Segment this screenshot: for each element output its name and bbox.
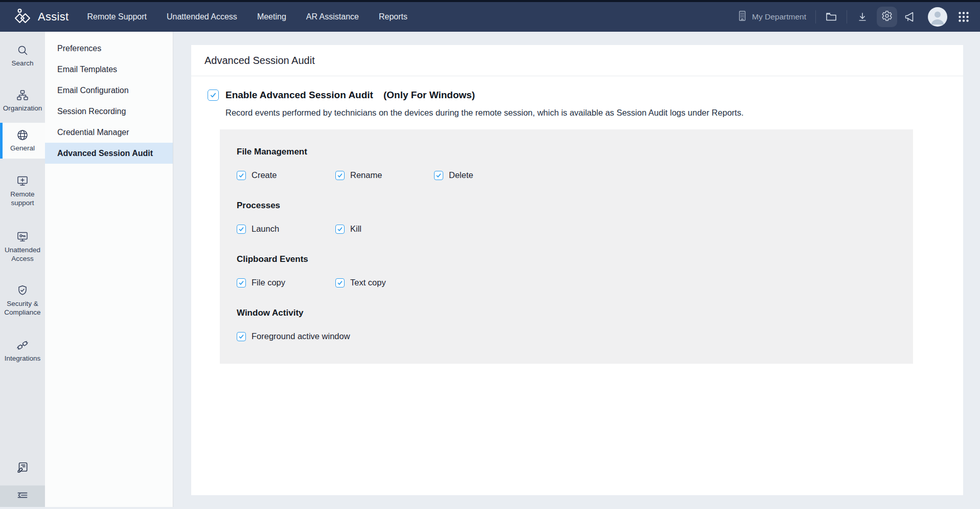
checkbox-checked[interactable] bbox=[237, 225, 246, 234]
audit-option-create[interactable]: Create bbox=[237, 170, 335, 180]
settings-gear-icon bbox=[881, 10, 893, 24]
option-label: Create bbox=[252, 170, 277, 180]
sidebar-item-search[interactable]: Search bbox=[0, 40, 45, 72]
enable-audit-checkbox-checked[interactable] bbox=[208, 90, 219, 101]
enable-audit-description: Record events performed by technicians o… bbox=[225, 108, 963, 118]
audit-options-panel: File ManagementCreateRenameDeleteProcess… bbox=[220, 129, 913, 364]
option-label: Launch bbox=[252, 224, 279, 234]
sidebar-item-label: Unattended Access bbox=[1, 246, 44, 263]
menu-item-advanced-session-audit[interactable]: Advanced Session Audit bbox=[45, 143, 173, 164]
plug-icon bbox=[16, 339, 29, 351]
option-row: CreateRenameDelete bbox=[237, 170, 903, 180]
collapse-menu-icon[interactable] bbox=[16, 489, 29, 504]
section-heading-file-management: File Management bbox=[237, 147, 903, 157]
option-row: File copyText copy bbox=[237, 278, 903, 287]
settings-gear-button[interactable] bbox=[877, 7, 897, 27]
zoho-assist-logo-icon bbox=[12, 8, 33, 26]
sidebar-item-label: General bbox=[10, 144, 35, 152]
sidebar-item-label: Security & Compliance bbox=[1, 299, 44, 317]
option-row: LaunchKill bbox=[237, 224, 903, 234]
announcements-megaphone-icon[interactable] bbox=[903, 11, 916, 23]
option-label: Rename bbox=[350, 170, 382, 180]
option-label: Foreground active window bbox=[252, 331, 350, 341]
checkbox-checked[interactable] bbox=[237, 278, 246, 287]
option-label: Delete bbox=[449, 170, 473, 180]
audit-option-rename[interactable]: Rename bbox=[335, 170, 434, 180]
department-selector[interactable]: My Department bbox=[737, 10, 806, 24]
menu-item-credential-manager[interactable]: Credential Manager bbox=[45, 122, 173, 143]
menu-item-preferences[interactable]: Preferences bbox=[45, 38, 173, 59]
apps-grid-icon[interactable] bbox=[958, 11, 970, 23]
main-area: Advanced Session Audit Enable Advanced S… bbox=[173, 32, 980, 507]
content-card: Advanced Session Audit Enable Advanced S… bbox=[191, 45, 963, 495]
audit-option-kill[interactable]: Kill bbox=[335, 224, 361, 234]
option-row: Foreground active window bbox=[237, 331, 903, 341]
department-building-icon bbox=[737, 10, 747, 24]
divider bbox=[847, 10, 847, 24]
audit-option-foreground-active-window[interactable]: Foreground active window bbox=[237, 331, 350, 341]
sidebar-item-remote-support[interactable]: Remote support bbox=[0, 171, 45, 211]
checkbox-checked[interactable] bbox=[335, 225, 345, 234]
settings-submenu: Preferences Email Templates Email Config… bbox=[45, 32, 173, 507]
download-icon[interactable] bbox=[856, 11, 869, 23]
icon-sidebar: Search Organization Gener bbox=[0, 32, 45, 507]
menu-item-session-recording[interactable]: Session Recording bbox=[45, 101, 173, 122]
top-navbar: Assist Remote Support Unattended Access … bbox=[0, 0, 980, 32]
nav-meeting[interactable]: Meeting bbox=[257, 12, 286, 21]
nav-ar-assistance[interactable]: AR Assistance bbox=[306, 12, 359, 21]
shield-check-icon bbox=[16, 284, 29, 297]
monitor-key-icon bbox=[16, 231, 29, 243]
nav-reports[interactable]: Reports bbox=[379, 12, 407, 21]
sidebar-item-label: Organization bbox=[3, 104, 42, 113]
department-label: My Department bbox=[752, 12, 806, 21]
checkbox-checked[interactable] bbox=[237, 171, 246, 180]
nav-unattended-access[interactable]: Unattended Access bbox=[167, 12, 237, 21]
sidebar-item-general[interactable]: General bbox=[0, 123, 45, 159]
sidebar-item-label: Remote support bbox=[1, 190, 44, 207]
section-heading-clipboard-events: Clipboard Events bbox=[237, 254, 903, 264]
page-title: Advanced Session Audit bbox=[191, 45, 963, 76]
checkbox-checked[interactable] bbox=[335, 278, 345, 287]
primary-nav: Remote Support Unattended Access Meeting… bbox=[87, 12, 427, 21]
option-label: Text copy bbox=[350, 278, 386, 287]
audit-option-text-copy[interactable]: Text copy bbox=[335, 278, 386, 287]
sidebar-item-integrations[interactable]: Integrations bbox=[0, 335, 45, 367]
checkbox-checked[interactable] bbox=[335, 171, 345, 180]
divider bbox=[815, 10, 816, 24]
feedback-notepad-icon[interactable] bbox=[0, 461, 45, 474]
option-label: File copy bbox=[252, 278, 285, 287]
sidebar-item-security-compliance[interactable]: Security & Compliance bbox=[0, 280, 45, 321]
sidebar-item-label: Search bbox=[12, 59, 34, 68]
globe-icon bbox=[16, 129, 29, 141]
nav-remote-support[interactable]: Remote Support bbox=[87, 12, 147, 21]
enable-audit-row: Enable Advanced Session Audit (Only For … bbox=[208, 90, 963, 101]
menu-item-email-templates[interactable]: Email Templates bbox=[45, 59, 173, 80]
brand-name: Assist bbox=[38, 10, 69, 24]
enable-audit-label: Enable Advanced Session Audit bbox=[225, 90, 373, 101]
checkbox-checked[interactable] bbox=[237, 332, 246, 341]
section-heading-window-activity: Window Activity bbox=[237, 308, 903, 318]
option-label: Kill bbox=[350, 224, 361, 234]
monitor-plus-icon bbox=[16, 175, 29, 187]
section-heading-processes: Processes bbox=[237, 201, 903, 211]
search-icon bbox=[16, 44, 29, 56]
sidebar-bottom-strip bbox=[0, 485, 45, 507]
checkbox-checked[interactable] bbox=[434, 171, 443, 180]
folder-icon[interactable] bbox=[825, 11, 837, 23]
sidebar-item-label: Integrations bbox=[5, 354, 41, 363]
audit-option-file-copy[interactable]: File copy bbox=[237, 278, 335, 287]
audit-option-delete[interactable]: Delete bbox=[434, 170, 473, 180]
menu-item-email-configuration[interactable]: Email Configuration bbox=[45, 80, 173, 101]
user-avatar[interactable] bbox=[928, 7, 947, 27]
assist-logo[interactable]: Assist bbox=[12, 8, 69, 26]
enable-audit-note: (Only For Windows) bbox=[383, 90, 475, 101]
sidebar-item-organization[interactable]: Organization bbox=[0, 85, 45, 117]
audit-option-launch[interactable]: Launch bbox=[237, 224, 335, 234]
sidebar-item-unattended-access[interactable]: Unattended Access bbox=[0, 227, 45, 267]
navbar-right-group: My Department bbox=[737, 7, 970, 27]
org-chart-icon bbox=[16, 89, 29, 101]
